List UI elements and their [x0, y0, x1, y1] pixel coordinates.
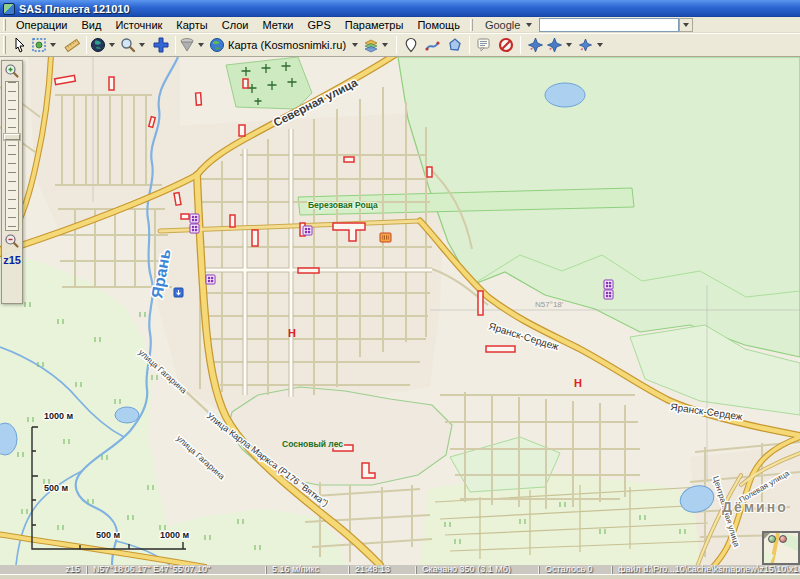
- menu-help[interactable]: Помощь: [410, 18, 467, 32]
- chevron-down-icon: [109, 43, 115, 47]
- map-select-button[interactable]: Карта (Kosmosnimki.ru): [209, 35, 363, 55]
- google-label: Google: [482, 19, 523, 31]
- menu-grip[interactable]: [3, 19, 6, 31]
- zoom-tool-button[interactable]: [120, 35, 150, 55]
- menu-gps[interactable]: GPS: [301, 18, 338, 32]
- zoom-in-button[interactable]: [3, 62, 21, 80]
- add-path-button[interactable]: [422, 35, 444, 55]
- status-bar: z15 N57°18'06.17" E47°55'07.10" 5.16 м/п…: [0, 565, 800, 574]
- menu-marks[interactable]: Метки: [255, 18, 300, 32]
- select-region-button[interactable]: [31, 35, 61, 55]
- download-icon: [179, 37, 195, 53]
- scale-label: 1000 м: [160, 530, 190, 540]
- mini-map[interactable]: [762, 531, 800, 565]
- ruler-icon: [64, 37, 80, 53]
- window-bottom-edge: [0, 574, 800, 579]
- toolbar-separator: [520, 36, 521, 54]
- gps-track-button[interactable]: [546, 35, 577, 55]
- zoom-out-button[interactable]: [3, 232, 21, 250]
- park-label: Березовая Роща: [308, 200, 378, 210]
- select-region-icon: [31, 37, 47, 53]
- zoom-slider[interactable]: [5, 81, 19, 231]
- app-icon: [3, 3, 15, 15]
- pointer-icon: [12, 37, 28, 53]
- gps-plane-icon: [527, 37, 544, 53]
- menu-operations[interactable]: Операции: [9, 18, 74, 32]
- title-bar[interactable]: SAS.Планета 121010: [0, 0, 800, 17]
- chevron-down-icon: [139, 43, 145, 47]
- menu-layers[interactable]: Слои: [215, 18, 256, 32]
- gps-connect-button[interactable]: [524, 35, 546, 55]
- statusbar-file-path: файл d:\Pro...10\cache\ksmapnew\z15\10\x…: [612, 565, 800, 574]
- placemark-manager-button[interactable]: [473, 35, 495, 55]
- zoom-level-label: z15: [3, 254, 21, 266]
- market-icon: [190, 224, 199, 233]
- scale-label: 500 м: [44, 483, 69, 493]
- chevron-down-icon: [352, 43, 358, 47]
- chevron-down-icon: [50, 43, 56, 47]
- chevron-down-icon: [566, 43, 572, 47]
- window-title: SAS.Планета 121010: [19, 3, 130, 15]
- market-icon: [206, 275, 215, 284]
- map-selector-label: Карта (Kosmosnimki.ru): [225, 39, 349, 51]
- earth-view-button[interactable]: [90, 35, 120, 55]
- chevron-down-icon: [683, 23, 689, 27]
- search-input[interactable]: [539, 18, 679, 32]
- statusbar-coordinates: N57°18'06.17" E47°55'07.10": [87, 565, 265, 574]
- zoom-in-icon: [4, 63, 20, 79]
- google-search-selector[interactable]: Google: [482, 19, 535, 31]
- forbidden-icon: [498, 37, 514, 53]
- chevron-down-icon: [198, 43, 204, 47]
- forest-label: Сосновый лес: [282, 439, 343, 449]
- pointer-button[interactable]: [9, 35, 31, 55]
- hospital-icon: H: [288, 327, 296, 339]
- zoom-out-icon: [4, 233, 20, 249]
- hide-marks-button[interactable]: [495, 35, 517, 55]
- route-icon: [425, 37, 441, 53]
- graticule-label: N57°18': [535, 300, 564, 309]
- fullscreen-button[interactable]: [150, 35, 172, 55]
- mini-map-zoom-out-button[interactable]: [779, 535, 787, 543]
- menu-view[interactable]: Вид: [74, 18, 108, 32]
- statusbar-zoom: z15: [0, 565, 86, 574]
- app-window: SAS.Планета 121010 Операции Вид Источник…: [0, 0, 800, 579]
- statusbar-downloaded: Скачано 350 (3.1 Мб): [416, 565, 538, 574]
- scale-label: 500 м: [96, 530, 121, 540]
- toolbar-separator: [175, 36, 176, 54]
- globe-icon: [90, 37, 106, 53]
- toolbar-separator: [469, 36, 470, 54]
- add-polygon-button[interactable]: [444, 35, 466, 55]
- chevron-down-icon: [597, 43, 603, 47]
- chevron-down-icon: [382, 43, 388, 47]
- gps-plane-track-icon: [546, 37, 563, 53]
- menu-bar: Операции Вид Источник Карты Слои Метки G…: [0, 17, 800, 33]
- toolbar-grip[interactable]: [3, 36, 6, 54]
- gps-plane-settings-icon: [577, 37, 594, 53]
- placemark-icon: [403, 37, 419, 53]
- toolbar-separator: [396, 36, 397, 54]
- market-icon: [604, 290, 613, 299]
- search-dropdown-button[interactable]: [679, 18, 693, 32]
- ruler-button[interactable]: [61, 35, 83, 55]
- menu-maps[interactable]: Карты: [169, 18, 214, 32]
- layers-button[interactable]: [363, 35, 393, 55]
- layers-icon: [363, 37, 379, 53]
- map-canvas[interactable]: H H Северная улица Березовая Роща Ярань …: [0, 57, 800, 565]
- fullscreen-icon: [153, 37, 169, 53]
- market-icon: [190, 214, 199, 223]
- note-icon: [476, 37, 492, 53]
- tool-bar: Карта (Kosmosnimki.ru): [0, 33, 800, 57]
- statusbar-resolution: 5.16 м/пикс: [266, 565, 348, 574]
- gps-options-button[interactable]: [577, 35, 608, 55]
- magnifier-icon: [120, 37, 136, 53]
- search-toolbar-grip[interactable]: [470, 19, 473, 31]
- toolbar-separator: [86, 36, 87, 54]
- download-manager-button[interactable]: [179, 35, 209, 55]
- zoom-slider-thumb[interactable]: [4, 134, 20, 140]
- map-globe-icon: [209, 37, 225, 53]
- menu-source[interactable]: Источник: [108, 18, 169, 32]
- mini-map-zoom-in-button[interactable]: [768, 535, 776, 543]
- map-area: H H Северная улица Березовая Роща Ярань …: [0, 57, 800, 574]
- add-placemark-button[interactable]: [400, 35, 422, 55]
- menu-parameters[interactable]: Параметры: [338, 18, 411, 32]
